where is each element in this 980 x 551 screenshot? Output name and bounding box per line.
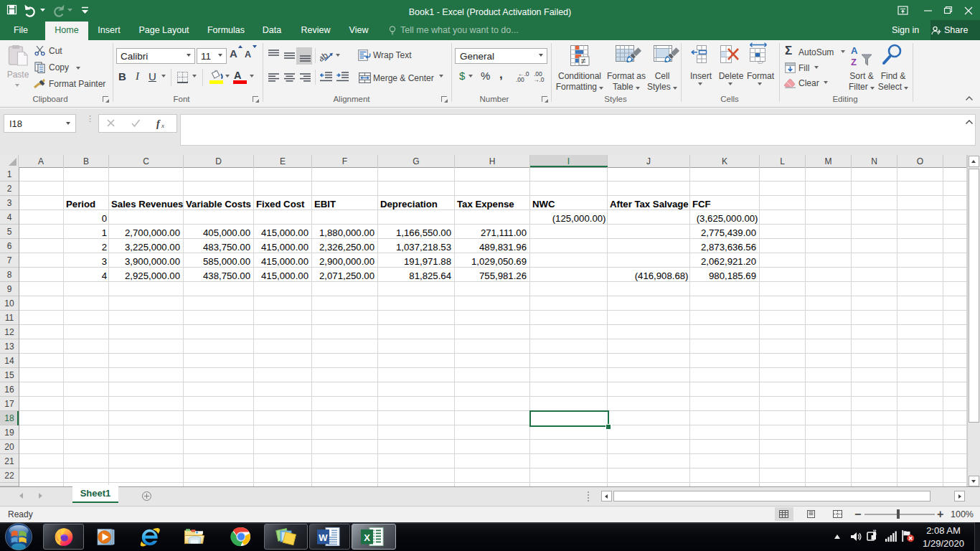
svg-text:X: X xyxy=(364,532,370,543)
svg-text:x: x xyxy=(161,122,164,129)
svg-text:Z: Z xyxy=(851,57,857,67)
svg-text:f: f xyxy=(156,118,161,129)
svg-text:→.0: →.0 xyxy=(533,76,545,83)
svg-text:.00: .00 xyxy=(516,76,524,83)
svg-text:A: A xyxy=(851,45,858,56)
svg-text:≠: ≠ xyxy=(581,56,586,66)
svg-text:W: W xyxy=(319,532,328,543)
